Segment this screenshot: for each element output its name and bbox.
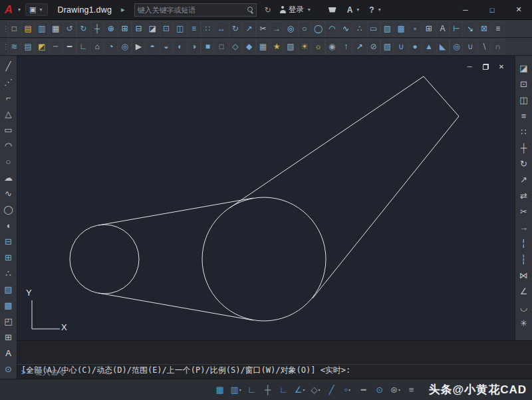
block-button[interactable]: ⊠ xyxy=(477,21,491,37)
layer-properties-button[interactable]: ▤ xyxy=(21,39,35,54)
ellipse-button[interactable]: ◯ xyxy=(312,21,325,37)
show-motion-button[interactable]: ▶ xyxy=(132,39,145,54)
walk-button[interactable]: ↑ xyxy=(339,39,352,54)
table-button[interactable]: ⊞ xyxy=(1,329,16,345)
steering-wheel-button[interactable]: ◎ xyxy=(118,39,132,54)
search-input[interactable] xyxy=(138,6,245,14)
drawing-line[interactable] xyxy=(98,198,253,225)
copy-button[interactable]: ⊡ xyxy=(160,21,173,37)
box-button[interactable]: ▧ xyxy=(380,39,394,54)
ellipse-button[interactable]: ◯ xyxy=(1,201,16,217)
camera-button[interactable]: ◉ xyxy=(325,39,338,54)
point-style-button[interactable]: ⊙ xyxy=(1,361,16,377)
visual-styles-button[interactable]: ▦ xyxy=(256,39,269,54)
arc-button[interactable]: ◠ xyxy=(325,21,338,37)
orbit-button[interactable]: ◔ xyxy=(104,39,118,54)
circle-button[interactable]: ○ xyxy=(1,153,16,169)
sun-status-button[interactable]: ☼ xyxy=(312,39,325,54)
spline-button[interactable]: ∿ xyxy=(1,185,16,201)
mtext-button[interactable]: A xyxy=(436,21,450,37)
mirror-button[interactable]: ◫ xyxy=(174,21,187,37)
materials-button[interactable]: ▨ xyxy=(284,39,297,54)
undo-button[interactable]: ↺ xyxy=(63,21,76,37)
rotate-button[interactable]: ↻ xyxy=(517,155,531,171)
view-right-button[interactable]: ◑ xyxy=(188,39,201,54)
trim-button[interactable]: ✂ xyxy=(256,21,269,37)
arc-button[interactable]: ◠ xyxy=(1,138,16,153)
dropdown-caret-icon[interactable]: ▾ xyxy=(348,387,350,392)
trim-button[interactable]: ✂ xyxy=(517,203,531,219)
boundary-button[interactable]: ▫ xyxy=(408,21,422,37)
app-menu-button[interactable]: A xyxy=(1,1,16,19)
sign-in-button[interactable]: 登录 ▾ xyxy=(279,5,313,15)
view-bottom-button[interactable]: ◒ xyxy=(160,39,173,54)
layers-button[interactable]: ≋ xyxy=(7,39,21,54)
lights-button[interactable]: ☀ xyxy=(298,39,311,54)
mtext-button[interactable]: A xyxy=(1,345,16,361)
fly-button[interactable]: ↗ xyxy=(353,39,366,54)
zoom-realtime-button[interactable]: ⊕ xyxy=(104,21,118,37)
gradient-button[interactable]: ▩ xyxy=(394,21,408,37)
hatch-button[interactable]: ▨ xyxy=(1,281,16,297)
otrack-button[interactable]: ╱ xyxy=(325,382,339,398)
intersect-button[interactable]: ∩ xyxy=(491,39,505,54)
sync-button[interactable]: ↻ xyxy=(265,5,271,15)
help-button[interactable]: ? ▾ xyxy=(369,5,382,15)
section-plane-button[interactable]: ⊘ xyxy=(367,39,380,54)
torus-button[interactable]: ◎ xyxy=(450,39,463,54)
region-button[interactable]: ◰ xyxy=(1,313,16,329)
lineweight-button[interactable]: ━ xyxy=(356,382,371,398)
drawing-circle[interactable] xyxy=(202,197,326,321)
close-window-button[interactable]: ✕ xyxy=(505,0,532,19)
toolbar-grip-icon[interactable]: ⋮ xyxy=(2,43,7,51)
properties-button[interactable]: ≡ xyxy=(491,21,505,37)
erase-button[interactable]: ◪ xyxy=(146,21,159,37)
spline-button[interactable]: ∿ xyxy=(339,21,352,37)
break-at-point-button[interactable]: ╎ xyxy=(517,235,531,251)
workspace-button[interactable]: ⊛▾ xyxy=(388,382,403,398)
quick-access-button[interactable]: ▣ ▾ xyxy=(25,3,48,16)
ucs-tool-button[interactable]: ∟ xyxy=(76,39,90,54)
leader-button[interactable]: ↘ xyxy=(464,21,477,37)
offset-button[interactable]: ≡ xyxy=(517,108,531,124)
view-left-button[interactable]: ◐ xyxy=(174,39,187,54)
store-cart-button[interactable] xyxy=(329,7,336,13)
dropdown-caret-icon[interactable]: ▾ xyxy=(319,387,321,392)
dimension-button[interactable]: ⊢ xyxy=(450,21,463,37)
array-button[interactable]: ∷ xyxy=(517,124,531,140)
gradient-button[interactable]: ▩ xyxy=(1,297,16,313)
erase-button[interactable]: ◪ xyxy=(517,60,531,76)
zoom-window-button[interactable]: ⊞ xyxy=(118,21,132,37)
ortho-button[interactable]: ∟ xyxy=(277,382,291,398)
move-button[interactable]: ┼ xyxy=(517,140,531,155)
drawing-line[interactable] xyxy=(98,293,253,320)
maximize-window-button[interactable]: □ xyxy=(479,0,505,19)
tab-expand-icon[interactable]: ▸ xyxy=(121,5,125,14)
rectangle-button[interactable]: ▭ xyxy=(1,122,16,138)
redo-button[interactable]: ↻ xyxy=(76,21,90,37)
dynamic-input-button[interactable]: ┼ xyxy=(261,382,275,398)
open-file-button[interactable]: ▤ xyxy=(21,21,35,37)
infer-constraints-button[interactable]: ∟ xyxy=(245,382,259,398)
scale-button[interactable]: ↗ xyxy=(517,171,531,187)
plot-button[interactable]: ▦ xyxy=(49,21,63,37)
union-button[interactable]: ∪ xyxy=(464,39,477,54)
dropdown-caret-icon[interactable]: ▾ xyxy=(303,387,305,392)
offset-button[interactable]: ≡ xyxy=(188,21,201,37)
new-file-button[interactable]: □ xyxy=(7,21,21,37)
wedge-button[interactable]: ◣ xyxy=(436,39,450,54)
ellipse-arc-button[interactable]: ◖ xyxy=(1,217,16,233)
extend-button[interactable]: → xyxy=(270,21,283,37)
polar-tracking-button[interactable]: ∠▾ xyxy=(293,382,307,398)
join-button[interactable]: ⋈ xyxy=(517,267,531,283)
restore-drawing-button[interactable] xyxy=(481,62,489,70)
dropdown-caret-icon[interactable]: ▾ xyxy=(239,387,241,392)
insert-block-button[interactable]: ⊟ xyxy=(1,233,16,249)
mirror-button[interactable]: ◫ xyxy=(517,92,531,108)
customize-button[interactable]: ≡ xyxy=(404,382,419,398)
command-input[interactable] xyxy=(35,367,532,377)
hatch-button[interactable]: ▨ xyxy=(380,21,394,37)
close-drawing-button[interactable]: ✕ xyxy=(497,62,505,70)
drawing-line[interactable] xyxy=(229,76,424,208)
break-button[interactable]: ┆ xyxy=(517,251,531,267)
